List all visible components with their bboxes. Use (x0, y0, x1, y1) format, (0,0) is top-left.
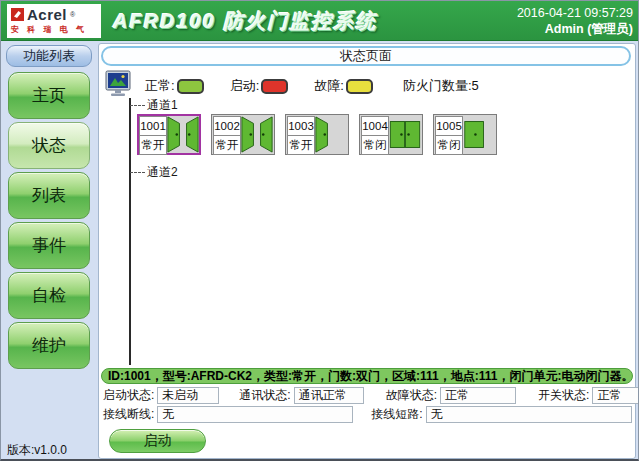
legend-start-label: 启动: (230, 77, 260, 95)
wire-break-label: 接线断线: (103, 406, 154, 423)
wire-short-value: 无 (426, 406, 632, 423)
page-title: 状态页面 (101, 46, 631, 66)
wire-short-label: 接线短路: (371, 406, 422, 423)
app-header: Acrel ® 安 科 瑞 电 气 AFRD100 防火门监控系统 2016-0… (1, 1, 639, 41)
switch-status-value: 正常 (592, 387, 639, 404)
start-status-value: 未启动 (157, 387, 219, 404)
door-id: 1001 (139, 116, 167, 136)
door-type: 常闭 (435, 135, 463, 155)
comm-status-label: 通讯状态: (239, 387, 290, 404)
start-status-label: 启动状态: (103, 387, 154, 404)
sidebar: 功能列表 主页 状态 列表 事件 自检 维护 版本:v1.0.0 (1, 41, 97, 461)
door-type: 常开 (139, 135, 167, 155)
door-graphic-closed-single (463, 116, 495, 153)
channel1-label: 通道1 (147, 97, 178, 114)
door-item-1002[interactable]: 1002 常开 (211, 114, 275, 155)
door-type: 常开 (213, 135, 241, 155)
sidebar-item-home[interactable]: 主页 (8, 72, 90, 119)
fault-status-label: 故障状态: (386, 387, 437, 404)
door-id: 1004 (361, 116, 389, 136)
door-graphic-open-double (241, 116, 273, 153)
sidebar-item-selfcheck[interactable]: 自检 (8, 272, 90, 319)
legend-fault-swatch (346, 79, 373, 94)
fault-status-value: 正常 (440, 387, 516, 404)
tree-node-channel2[interactable]: 通道2 (130, 164, 178, 181)
sidebar-header: 功能列表 (6, 45, 92, 67)
door-detail-summary: ID:1001，型号:AFRD-CK2，类型:常开，门数:双门，区域:111，地… (101, 368, 633, 384)
door-type: 常闭 (361, 135, 389, 155)
door-id: 1005 (435, 116, 463, 136)
start-button[interactable]: 启动 (109, 429, 206, 453)
door-item-1003[interactable]: 1003 常开 (285, 114, 349, 155)
door-item-1001[interactable]: 1001 常开 (137, 114, 201, 155)
door-row-channel1: 1001 常开 1002 常开 (137, 114, 497, 155)
legend-normal-label: 正常: (145, 77, 175, 95)
tree-trunk-line (129, 98, 131, 365)
legend-fault-label: 故障: (314, 77, 344, 95)
status-page-panel: 状态页面 正常: 启动: 故障: 防火门数量:5 通道1 10 (98, 43, 636, 459)
app-title: AFRD100 防火门监控系统 (113, 8, 377, 35)
monitor-icon[interactable] (105, 70, 131, 102)
sidebar-item-maintenance[interactable]: 维护 (8, 322, 90, 369)
status-field-row2: 接线断线: 无 接线短路: 无 (101, 406, 635, 423)
door-graphic-closed-double (389, 116, 421, 153)
door-graphic-open-double (167, 116, 199, 153)
wire-break-value: 无 (157, 406, 353, 423)
brand-registered-mark: ® (70, 11, 75, 18)
door-item-1004[interactable]: 1004 常闭 (359, 114, 423, 155)
door-id: 1002 (213, 116, 241, 136)
version-label: 版本:v1.0.0 (7, 442, 67, 459)
legend-start-swatch (261, 79, 288, 94)
door-graphic-open-single (315, 116, 347, 153)
door-type: 常开 (287, 135, 315, 155)
sidebar-item-status[interactable]: 状态 (8, 122, 90, 169)
sidebar-item-events[interactable]: 事件 (8, 222, 90, 269)
door-id: 1003 (287, 116, 315, 136)
status-field-row1: 启动状态: 未启动 通讯状态: 通讯正常 故障状态: 正常 开关状态: 正常 (101, 387, 635, 404)
acrel-logo-icon (11, 8, 24, 21)
sidebar-item-list[interactable]: 列表 (8, 172, 90, 219)
tree-connector (130, 105, 145, 106)
header-user: Admin (管理员) (517, 21, 633, 37)
tree-connector (130, 172, 145, 173)
tree-node-channel1[interactable]: 通道1 (130, 97, 178, 114)
acrel-logo: Acrel ® 安 科 瑞 电 气 (7, 4, 101, 38)
brand-subtitle: 安 科 瑞 电 气 (11, 24, 97, 35)
door-item-1005[interactable]: 1005 常闭 (433, 114, 497, 155)
header-datetime: 2016-04-21 09:57:29 (517, 5, 633, 21)
channel2-label: 通道2 (147, 164, 178, 181)
legend-normal-swatch (177, 79, 204, 94)
comm-status-value: 通讯正常 (294, 387, 364, 404)
brand-text: Acrel (27, 6, 67, 23)
switch-status-label: 开关状态: (538, 387, 589, 404)
door-count-label: 防火门数量:5 (403, 77, 479, 95)
